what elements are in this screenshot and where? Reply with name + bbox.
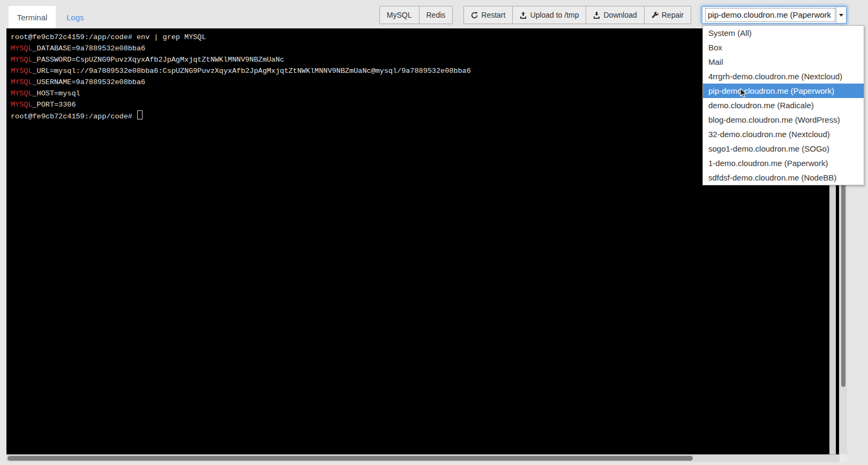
redis-button[interactable]: Redis (420, 6, 453, 24)
dropdown-option[interactable]: Mail (703, 55, 864, 69)
toolbar: MySQLRedis RestartUpload to /tmpDownload… (379, 6, 847, 24)
download-icon (593, 12, 600, 19)
dropdown-option[interactable]: blog-demo.cloudron.me (WordPress) (703, 112, 864, 127)
app-select-value: pip-demo.cloudron.me (Paperwork (706, 9, 835, 21)
refresh-icon (471, 12, 478, 19)
horizontal-scrollbar-thumb[interactable] (8, 456, 693, 461)
horizontal-scrollbar[interactable] (6, 454, 840, 462)
download-button[interactable]: Download (586, 6, 644, 24)
wrench-icon (652, 12, 659, 19)
button-label: MySQL (387, 11, 412, 19)
app-select[interactable]: pip-demo.cloudron.me (Paperwork (702, 6, 847, 24)
dropdown-option[interactable]: 1-demo.cloudron.me (Paperwork) (703, 156, 864, 170)
action-button-group: RestartUpload to /tmpDownloadRepair (463, 6, 691, 24)
tab-bar: Terminal Logs MySQLRedis RestartUpload t… (0, 0, 868, 28)
button-label: Redis (426, 11, 446, 19)
dropdown-option[interactable]: pip-demo.cloudron.me (Paperwork) (703, 84, 864, 98)
button-label: Download (603, 11, 637, 19)
app-select-dropdown: System (All)BoxMail4rrgrh-demo.cloudron.… (702, 25, 864, 185)
dropdown-option[interactable]: demo.cloudron.me (Radicale) (703, 98, 864, 112)
restart-button[interactable]: Restart (463, 6, 513, 24)
button-label: Restart (481, 11, 505, 19)
dropdown-option[interactable]: 4rrgrh-demo.cloudron.me (Nextcloud) (703, 69, 864, 84)
database-button-group: MySQLRedis (379, 6, 453, 24)
repair-button[interactable]: Repair (645, 6, 691, 24)
app-select-arrow[interactable] (836, 7, 846, 23)
tab-terminal-label: Terminal (17, 13, 48, 22)
tab-logs-label: Logs (66, 13, 84, 22)
dropdown-option[interactable]: sdfdsf-demo.cloudron.me (NodeBB) (703, 170, 864, 185)
mysql-button[interactable]: MySQL (379, 6, 420, 24)
button-label: Repair (662, 11, 684, 19)
chevron-down-icon (839, 14, 843, 17)
button-label: Upload to /tmp (530, 11, 579, 19)
cloudron-terminal-page: Terminal Logs MySQLRedis RestartUpload t… (0, 0, 868, 465)
dropdown-option[interactable]: sogo1-demo.cloudron.me (SOGo) (703, 141, 864, 156)
terminal-cursor (137, 110, 143, 119)
tab-logs[interactable]: Logs (60, 6, 91, 28)
upload-to-tmp-button[interactable]: Upload to /tmp (513, 6, 586, 24)
dropdown-option[interactable]: 32-demo.cloudron.me (Nextcloud) (703, 127, 864, 141)
tab-terminal[interactable]: Terminal (9, 6, 56, 28)
scrollbar-corner (840, 454, 847, 462)
dropdown-option[interactable]: Box (703, 40, 864, 55)
dropdown-option[interactable]: System (All) (703, 26, 864, 40)
upload-icon (520, 12, 527, 19)
